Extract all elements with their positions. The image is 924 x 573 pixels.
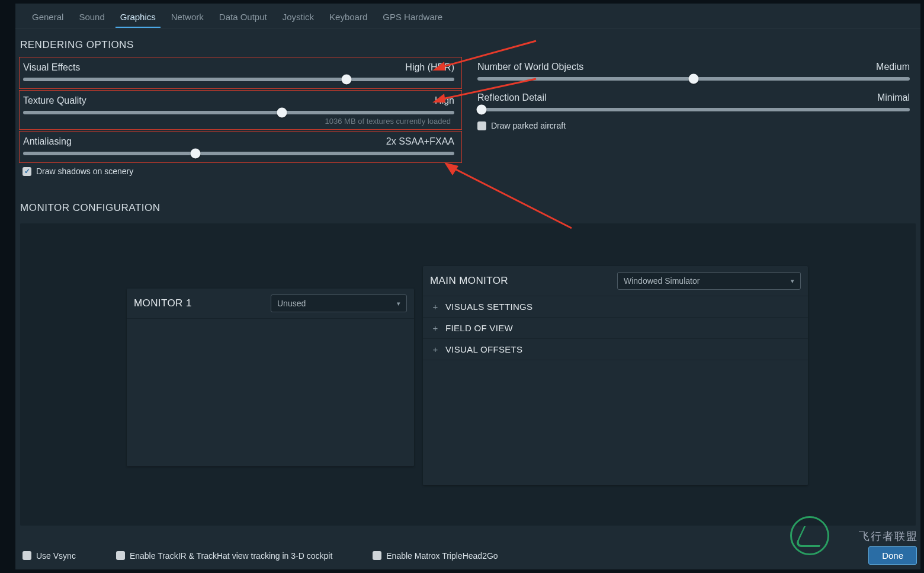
expand-label: VISUALS SETTINGS	[445, 302, 532, 312]
dropdown-value: Windowed Simulator	[624, 276, 700, 286]
value-antialiasing: 2x SSAA+FXAA	[386, 136, 454, 147]
slider-thumb[interactable]	[689, 74, 699, 84]
checkbox-parked-aircraft[interactable]: Draw parked aircraft	[474, 119, 917, 133]
checkbox-label: Draw parked aircraft	[491, 121, 566, 130]
label-world-objects: Number of World Objects	[477, 62, 583, 72]
checkbox-label: Use Vsync	[36, 551, 76, 561]
dropdown-value: Unused	[277, 299, 306, 308]
section-rendering-title: RENDERING OPTIONS	[19, 36, 917, 57]
slider-reflection-detail[interactable]	[477, 108, 910, 111]
slider-visual-effects[interactable]	[23, 78, 454, 81]
checkbox-label: Enable TrackIR & TrackHat view tracking …	[130, 551, 332, 561]
expand-visuals-settings[interactable]: + VISUALS SETTINGS	[423, 296, 808, 318]
tab-sound[interactable]: Sound	[74, 9, 109, 28]
monitor-1-mode-dropdown[interactable]: Unused ▾	[271, 294, 407, 312]
setting-reflection-detail: Reflection Detail Minimal	[474, 88, 917, 119]
plus-icon: +	[431, 323, 439, 333]
slider-thumb[interactable]	[191, 149, 201, 159]
label-texture-quality: Texture Quality	[23, 95, 86, 106]
checkbox-icon	[23, 167, 31, 176]
value-texture-quality: High	[435, 95, 454, 106]
hint-texture-memory: 1036 MB of textures currently loaded	[23, 117, 454, 126]
plus-icon: +	[431, 302, 439, 312]
slider-texture-quality[interactable]	[23, 111, 454, 114]
main-monitor-mode-dropdown[interactable]: Windowed Simulator ▾	[617, 272, 801, 290]
settings-window: General Sound Graphics Network Data Outp…	[15, 4, 920, 569]
setting-visual-effects: Visual Effects High (HDR)	[19, 57, 462, 89]
monitor-config-area: MONITOR 1 Unused ▾ MAIN MONITOR Windowed…	[20, 223, 916, 526]
slider-world-objects[interactable]	[477, 77, 910, 81]
slider-thumb[interactable]	[277, 108, 287, 118]
tab-joystick[interactable]: Joystick	[278, 9, 319, 28]
slider-thumb[interactable]	[342, 75, 352, 85]
value-visual-effects: High (HDR)	[405, 62, 454, 73]
footer-bar: Use Vsync Enable TrackIR & TrackHat view…	[19, 546, 917, 565]
done-button[interactable]: Done	[868, 546, 917, 565]
plus-icon: +	[431, 344, 439, 354]
setting-texture-quality: Texture Quality High 1036 MB of textures…	[19, 90, 462, 130]
expand-label: FIELD OF VIEW	[445, 323, 513, 333]
checkbox-icon	[116, 551, 125, 560]
tab-network[interactable]: Network	[166, 9, 208, 28]
chevron-down-icon: ▾	[397, 300, 400, 308]
checkbox-icon	[477, 121, 486, 130]
section-monitor-title: MONITOR CONFIGURATION	[19, 199, 917, 220]
monitor-1-card[interactable]: MONITOR 1 Unused ▾	[127, 289, 414, 466]
checkbox-label: Enable Matrox TripleHead2Go	[386, 551, 498, 561]
expand-field-of-view[interactable]: + FIELD OF VIEW	[423, 318, 808, 339]
setting-antialiasing: Antialiasing 2x SSAA+FXAA	[19, 131, 462, 163]
tab-gps-hardware[interactable]: GPS Hardware	[378, 9, 447, 28]
main-monitor-card[interactable]: MAIN MONITOR Windowed Simulator ▾ + VISU…	[423, 266, 808, 485]
expand-visual-offsets[interactable]: + VISUAL OFFSETS	[423, 339, 808, 360]
checkbox-icon	[23, 551, 31, 560]
checkbox-vsync[interactable]: Use Vsync	[19, 549, 79, 563]
checkbox-trackir[interactable]: Enable TrackIR & TrackHat view tracking …	[113, 549, 336, 563]
slider-antialiasing[interactable]	[23, 152, 454, 155]
tabs-bar: General Sound Graphics Network Data Outp…	[15, 4, 920, 28]
setting-world-objects: Number of World Objects Medium	[474, 57, 917, 88]
value-world-objects: Medium	[876, 62, 910, 72]
tab-keyboard[interactable]: Keyboard	[325, 9, 372, 28]
tab-graphics[interactable]: Graphics	[116, 9, 161, 28]
chevron-down-icon: ▾	[791, 277, 794, 285]
tab-data-output[interactable]: Data Output	[214, 9, 272, 28]
expand-label: VISUAL OFFSETS	[445, 344, 522, 354]
label-antialiasing: Antialiasing	[23, 136, 72, 147]
checkbox-matrox[interactable]: Enable Matrox TripleHead2Go	[369, 549, 501, 563]
label-reflection-detail: Reflection Detail	[477, 92, 547, 103]
checkbox-label: Draw shadows on scenery	[36, 167, 133, 176]
monitor-1-title: MONITOR 1	[134, 297, 192, 309]
main-monitor-title: MAIN MONITOR	[430, 275, 508, 287]
tab-general[interactable]: General	[27, 9, 68, 28]
watermark-text: 飞行者联盟	[859, 529, 918, 543]
value-reflection-detail: Minimal	[877, 92, 910, 103]
label-visual-effects: Visual Effects	[23, 62, 80, 73]
checkbox-icon	[373, 551, 381, 560]
checkbox-draw-shadows[interactable]: Draw shadows on scenery	[19, 164, 462, 178]
watermark-logo	[790, 516, 829, 555]
slider-thumb[interactable]	[477, 105, 487, 115]
